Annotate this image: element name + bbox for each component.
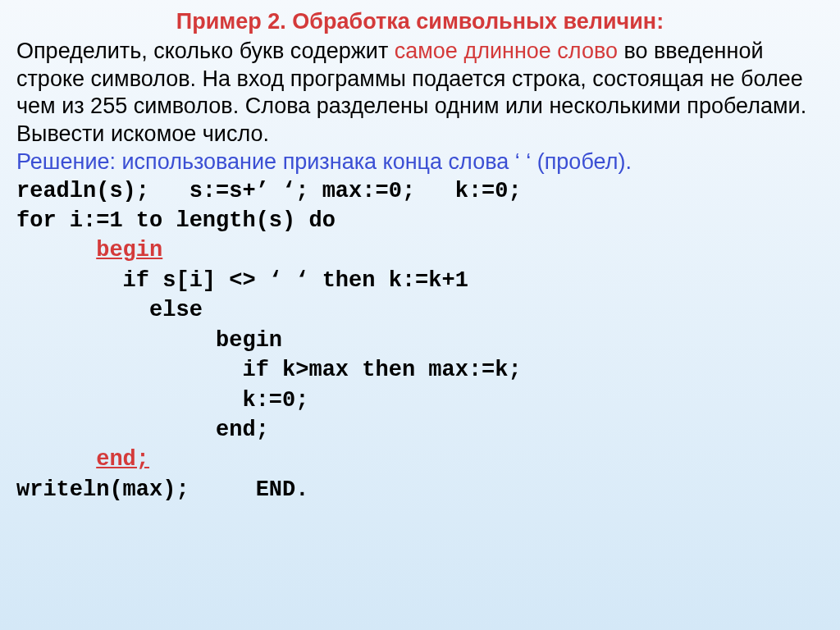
problem-part-a: Определить, сколько букв содержит bbox=[16, 39, 395, 63]
code-line-11: writeln(max); END. bbox=[16, 477, 308, 502]
code-line-1: readln(s); s:=s+’ ‘; max:=0; k:=0; bbox=[16, 179, 522, 203]
code-line-4: if s[i] <> ‘ ‘ then k:=k+1 bbox=[16, 268, 468, 293]
code-line-9: end; bbox=[16, 418, 269, 442]
code-block: readln(s); s:=s+’ ‘; max:=0; k:=0; for i… bbox=[16, 176, 824, 505]
code-line-2: for i:=1 to length(s) do bbox=[16, 208, 336, 233]
code-line-6: begin bbox=[16, 328, 282, 353]
problem-text: Определить, сколько букв содержит самое … bbox=[16, 38, 824, 148]
solution-hint: Решение: использование признака конца сл… bbox=[16, 148, 824, 176]
code-line-7: if k>max then max:=k; bbox=[16, 358, 522, 382]
problem-highlight: самое длинное слово bbox=[395, 39, 618, 63]
code-line-10-pad bbox=[16, 447, 96, 472]
code-keyword-begin: begin bbox=[96, 238, 162, 262]
code-keyword-end: end; bbox=[96, 447, 149, 472]
code-line-5: else bbox=[16, 298, 203, 322]
code-line-8: k:=0; bbox=[16, 388, 308, 413]
slide-title: Пример 2. Обработка символьных величин: bbox=[16, 8, 824, 36]
slide-content: Пример 2. Обработка символьных величин: … bbox=[0, 0, 840, 513]
code-line-3-pad bbox=[16, 238, 96, 262]
